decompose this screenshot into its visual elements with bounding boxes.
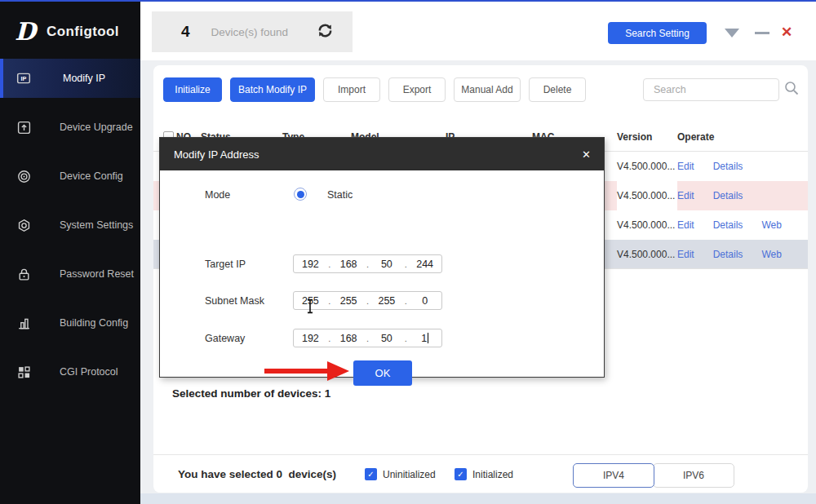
- sidebar-item-device-config[interactable]: Device Config: [0, 157, 140, 196]
- sidebar-item-modify-ip[interactable]: IP Modify IP: [0, 59, 140, 98]
- col-operate: Operate: [677, 131, 808, 143]
- details-link[interactable]: Details: [713, 190, 743, 201]
- panel-footer: You have selected 0 device(s) ✓ Uninitia…: [153, 455, 808, 493]
- close-window-button[interactable]: ✕: [781, 24, 792, 41]
- web-link[interactable]: Web: [761, 249, 781, 260]
- svg-text:IP: IP: [21, 75, 27, 82]
- sidebar-item-system-settings[interactable]: System Settings: [0, 206, 140, 245]
- initialize-button[interactable]: Initialize: [163, 77, 222, 102]
- static-radio[interactable]: [294, 188, 307, 201]
- system-settings-icon: [16, 218, 31, 232]
- export-button[interactable]: Export: [388, 77, 446, 102]
- brand: D Configtool: [0, 13, 140, 51]
- edit-link[interactable]: Edit: [677, 161, 694, 172]
- sidebar-item-building-config[interactable]: Building Config: [0, 303, 140, 343]
- device-config-icon: [16, 169, 31, 183]
- modal-title: Modify IP Address: [174, 148, 259, 161]
- details-link[interactable]: Details: [713, 161, 743, 172]
- bottom-strip: [140, 493, 816, 504]
- gateway-label: Gateway: [205, 333, 245, 344]
- ipv4-toggle-button[interactable]: IPV4: [573, 463, 654, 488]
- sidebar-item-cgi-protocol[interactable]: CGI Protocol: [0, 352, 140, 391]
- version-cell: V4.500.000...: [617, 249, 677, 260]
- web-link[interactable]: Web: [761, 219, 781, 231]
- operate-cell: Edit Details Web: [677, 219, 808, 231]
- manual-add-button[interactable]: Manual Add: [454, 77, 521, 102]
- annotation-arrow-head: [327, 361, 349, 381]
- modify-ip-address-modal: Modify IP Address ✕ Mode Static Target I…: [159, 137, 605, 378]
- modal-close-icon[interactable]: ✕: [582, 148, 591, 161]
- modal-selected-devices-text: Selected number of devices: 1: [172, 387, 330, 400]
- configtool-window: 4 Device(s) found Search Setting ✕ D Con…: [0, 0, 816, 504]
- col-version: Version: [617, 131, 677, 143]
- ipv6-toggle-button[interactable]: IPV6: [653, 463, 734, 488]
- operate-cell: Edit Details: [677, 161, 808, 172]
- radio-dot: [297, 191, 304, 198]
- modal-header: Modify IP Address ✕: [160, 138, 604, 170]
- device-upgrade-icon: [16, 120, 31, 135]
- filter-dropdown-icon[interactable]: [725, 29, 739, 38]
- edit-link[interactable]: Edit: [677, 249, 694, 260]
- batch-modify-ip-button[interactable]: Batch Modify IP: [230, 77, 315, 102]
- cgi-protocol-icon: [16, 365, 31, 379]
- ok-button[interactable]: OK: [353, 360, 412, 386]
- text-caret: [428, 333, 428, 343]
- delete-button[interactable]: Delete: [529, 77, 586, 102]
- import-button[interactable]: Import: [323, 77, 380, 102]
- password-reset-icon: [16, 267, 31, 281]
- brand-name: Configtool: [47, 24, 119, 40]
- building-config-icon: [16, 316, 31, 330]
- edit-link[interactable]: Edit: [677, 190, 694, 201]
- modal-body: Mode Static Target IP 192.168.50.244 Sub…: [160, 170, 604, 378]
- gateway-octet-4: 1: [408, 333, 441, 344]
- device-count: 4: [181, 23, 190, 41]
- mode-label: Mode: [205, 189, 230, 201]
- version-cell: V4.500.000...: [617, 181, 677, 210]
- subnet-mask-input[interactable]: 255.255.255.0: [293, 291, 442, 310]
- sidebar: D Configtool IP Modify IP Device Upgrade…: [0, 0, 140, 504]
- sidebar-item-password-reset[interactable]: Password Reset: [0, 254, 140, 294]
- search-icon[interactable]: [783, 80, 800, 99]
- version-cell: V4.500.000...: [617, 161, 677, 172]
- annotation-arrow: [264, 369, 329, 374]
- target-ip-input[interactable]: 192.168.50.244: [293, 254, 442, 273]
- initialized-label: Initialized: [472, 469, 513, 480]
- target-ip-label: Target IP: [205, 259, 246, 270]
- gateway-input[interactable]: 192.168.50.1: [293, 329, 442, 347]
- search-input[interactable]: [643, 78, 779, 101]
- subnet-mask-label: Subnet Mask: [205, 295, 264, 307]
- search-setting-button[interactable]: Search Setting: [608, 22, 707, 44]
- details-link[interactable]: Details: [713, 219, 743, 231]
- details-link[interactable]: Details: [713, 249, 743, 260]
- uninitialized-label: Uninitialized: [383, 469, 436, 480]
- version-cell: V4.500.000...: [617, 219, 677, 231]
- brand-logo-icon: D: [15, 20, 36, 44]
- uninitialized-checkbox[interactable]: ✓: [365, 468, 377, 480]
- selected-count-text: You have selected 0 device(s): [178, 468, 336, 480]
- modify-ip-icon: IP: [16, 71, 31, 86]
- toolbar: Initialize Batch Modify IP Import Export…: [163, 77, 586, 102]
- minimize-button[interactable]: [755, 32, 769, 34]
- devices-found-box: 4 Device(s) found: [152, 11, 353, 52]
- edit-link[interactable]: Edit: [677, 219, 694, 231]
- operate-cell: Edit Details: [677, 190, 808, 201]
- sidebar-item-device-upgrade[interactable]: Device Upgrade: [0, 108, 140, 147]
- window-top-border: [0, 0, 816, 2]
- static-label: Static: [327, 189, 353, 201]
- device-found-label: Device(s) found: [211, 26, 289, 38]
- initialized-checkbox[interactable]: ✓: [455, 468, 467, 480]
- refresh-icon[interactable]: [316, 21, 335, 43]
- ibeam-cursor-icon: [305, 298, 315, 317]
- operate-cell: Edit Details Web: [677, 249, 808, 260]
